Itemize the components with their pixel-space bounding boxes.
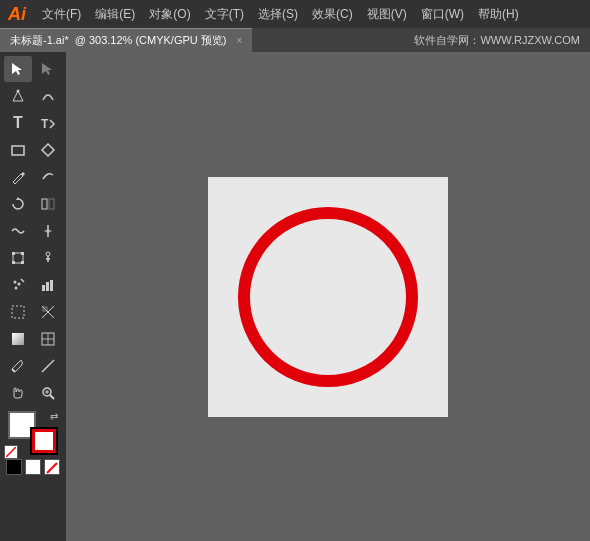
svg-rect-20 [12, 306, 24, 318]
rectangle-tool[interactable] [4, 137, 32, 163]
artboard-tool[interactable] [4, 299, 32, 325]
svg-text:T: T [41, 117, 49, 131]
svg-line-25 [6, 447, 16, 457]
tool-row-symbol [2, 272, 64, 298]
menu-file[interactable]: 文件(F) [36, 4, 87, 25]
shaper-tool[interactable] [34, 137, 62, 163]
none-icon[interactable] [4, 445, 18, 459]
eyedropper-tool[interactable] [4, 353, 32, 379]
tab-close-button[interactable]: × [236, 35, 242, 46]
menu-bar: 文件(F) 编辑(E) 对象(O) 文字(T) 选择(S) 效果(C) 视图(V… [36, 4, 582, 25]
reflect-tool[interactable] [34, 191, 62, 217]
svg-marker-0 [12, 63, 22, 75]
svg-rect-12 [21, 261, 24, 264]
warp-tool[interactable] [4, 218, 32, 244]
type-tool[interactable]: T [4, 110, 32, 136]
zoom-tool[interactable] [34, 380, 62, 406]
svg-rect-11 [12, 261, 15, 264]
hand-tool[interactable] [4, 380, 32, 406]
tool-row-pencil [2, 164, 64, 190]
free-transform-tool[interactable] [4, 245, 32, 271]
tool-row-rotate [2, 191, 64, 217]
tool-row-eyedropper [2, 353, 64, 379]
symbol-tool[interactable] [4, 272, 32, 298]
canvas-area[interactable] [66, 52, 590, 541]
tool-row-pen [2, 83, 64, 109]
rotate-tool[interactable] [4, 191, 32, 217]
tool-row-warp [2, 218, 64, 244]
menu-view[interactable]: 视图(V) [361, 4, 413, 25]
artboard [208, 177, 448, 417]
svg-rect-6 [42, 199, 47, 209]
svg-marker-1 [42, 63, 52, 75]
svg-point-16 [15, 287, 18, 290]
measure-tool[interactable] [34, 353, 62, 379]
menu-window[interactable]: 窗口(W) [415, 4, 470, 25]
mesh-tool[interactable] [34, 326, 62, 352]
active-tab[interactable]: 未标题-1.ai* @ 303.12% (CMYK/GPU 预览) × [0, 28, 252, 52]
menu-help[interactable]: 帮助(H) [472, 4, 525, 25]
gradient-tool[interactable] [4, 326, 32, 352]
tool-row-hand [2, 380, 64, 406]
quick-color-row [6, 457, 60, 477]
svg-rect-10 [21, 252, 24, 255]
svg-rect-19 [50, 280, 53, 291]
tool-row-select [2, 56, 64, 82]
ad-banner: 软件自学网：WWW.RJZXW.COM [404, 33, 590, 48]
tool-row-artboard [2, 299, 64, 325]
select-tool[interactable] [4, 56, 32, 82]
svg-rect-18 [46, 282, 49, 291]
svg-point-14 [14, 281, 17, 284]
swap-colors-icon[interactable]: ⇄ [50, 411, 58, 422]
menu-effect[interactable]: 效果(C) [306, 4, 359, 25]
curvature-tool[interactable] [34, 83, 62, 109]
svg-rect-9 [12, 252, 15, 255]
tool-row-shape [2, 137, 64, 163]
color-area: ⇄ [2, 407, 64, 477]
svg-rect-22 [12, 333, 24, 345]
puppet-warp-tool[interactable] [34, 245, 62, 271]
svg-point-15 [18, 283, 21, 286]
none-swatch[interactable] [44, 459, 60, 475]
stroke-swatch[interactable] [30, 427, 58, 455]
toolbar: T T [0, 52, 66, 541]
svg-point-2 [17, 90, 20, 93]
tool-row-transform [2, 245, 64, 271]
svg-rect-7 [49, 199, 54, 209]
circle-shape [238, 207, 418, 387]
tab-info: @ 303.12% (CMYK/GPU 预览) [75, 33, 227, 48]
white-swatch[interactable] [25, 459, 41, 475]
title-bar: Ai 文件(F) 编辑(E) 对象(O) 文字(T) 选择(S) 效果(C) 视… [0, 0, 590, 28]
menu-select[interactable]: 选择(S) [252, 4, 304, 25]
pencil-tool[interactable] [4, 164, 32, 190]
pen-tool[interactable] [4, 83, 32, 109]
touch-type-tool[interactable]: T [34, 110, 62, 136]
black-swatch[interactable] [6, 459, 22, 475]
tool-row-gradient [2, 326, 64, 352]
menu-object[interactable]: 对象(O) [143, 4, 196, 25]
width-tool[interactable] [34, 218, 62, 244]
column-graph-tool[interactable] [34, 272, 62, 298]
main-area: T T [0, 52, 590, 541]
svg-rect-17 [42, 285, 45, 291]
stroke-fill-container: ⇄ [8, 411, 58, 455]
tab-label: 未标题-1.ai* [10, 33, 69, 48]
tool-row-type: T T [2, 110, 64, 136]
app-logo: Ai [8, 4, 26, 25]
tab-bar: 未标题-1.ai* @ 303.12% (CMYK/GPU 预览) × 软件自学… [0, 28, 590, 52]
slice-tool[interactable] [34, 299, 62, 325]
menu-text[interactable]: 文字(T) [199, 4, 250, 25]
menu-edit[interactable]: 编辑(E) [89, 4, 141, 25]
svg-rect-4 [12, 146, 24, 155]
svg-point-13 [46, 252, 50, 256]
direct-select-tool[interactable] [34, 56, 62, 82]
smooth-tool[interactable] [34, 164, 62, 190]
